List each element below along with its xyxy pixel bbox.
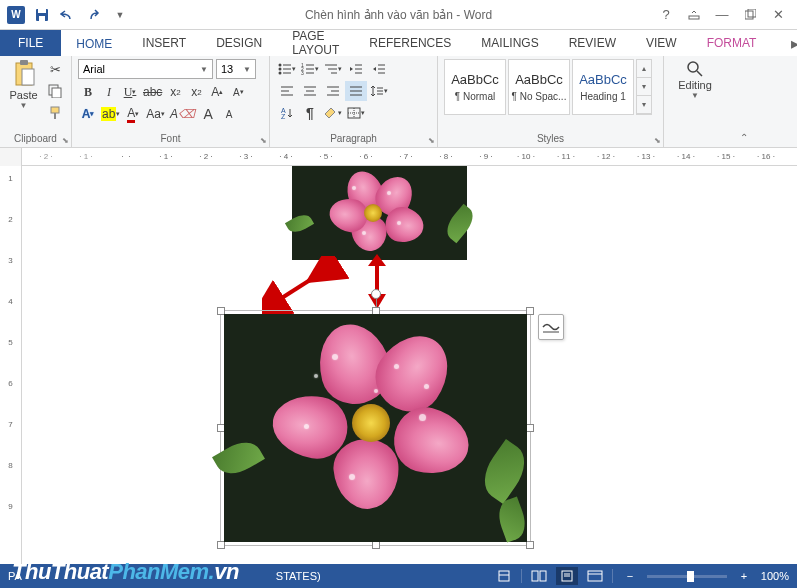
svg-text:3: 3 bbox=[301, 70, 304, 75]
tab-references[interactable]: REFERENCES bbox=[354, 30, 466, 56]
web-layout-icon[interactable] bbox=[584, 567, 606, 585]
shrink-font-a-button[interactable]: A bbox=[219, 104, 239, 124]
inserted-image-large[interactable] bbox=[224, 314, 527, 542]
vertical-ruler[interactable]: 123456789 bbox=[0, 166, 22, 564]
line-spacing-button[interactable]: ▾ bbox=[368, 81, 390, 101]
qat-customize-icon[interactable]: ▼ bbox=[108, 3, 132, 27]
resize-handle-s[interactable] bbox=[372, 541, 380, 549]
inserted-image-small[interactable] bbox=[292, 166, 467, 260]
styles-gallery-scroll[interactable]: ▴▾▾ bbox=[636, 59, 652, 115]
language-indicator[interactable]: STATES) bbox=[276, 570, 321, 582]
numbering-button[interactable]: 123▾ bbox=[299, 59, 321, 79]
tab-file[interactable]: FILE bbox=[0, 30, 61, 56]
subscript-button[interactable]: x2 bbox=[165, 82, 185, 102]
track-changes-icon[interactable] bbox=[493, 567, 515, 585]
zoom-slider[interactable] bbox=[647, 575, 727, 578]
sort-button[interactable]: AZ bbox=[276, 103, 298, 123]
shading-button[interactable]: ▾ bbox=[322, 103, 344, 123]
tab-format[interactable]: FORMAT bbox=[692, 30, 772, 56]
format-painter-icon[interactable] bbox=[45, 103, 65, 123]
tab-mailings[interactable]: MAILINGS bbox=[466, 30, 553, 56]
editing-label: Editing bbox=[678, 79, 712, 91]
multilevel-list-button[interactable]: ▾ bbox=[322, 59, 344, 79]
read-mode-icon[interactable] bbox=[528, 567, 550, 585]
style-normal[interactable]: AaBbCc ¶ Normal bbox=[444, 59, 506, 115]
document-area: 123456789 bbox=[0, 166, 797, 564]
zoom-in-button[interactable]: + bbox=[733, 567, 755, 585]
paragraph-expand-icon[interactable]: ⬊ bbox=[428, 136, 435, 145]
minimize-icon[interactable]: — bbox=[709, 4, 735, 26]
copy-icon[interactable] bbox=[45, 81, 65, 101]
font-expand-icon[interactable]: ⬊ bbox=[260, 136, 267, 145]
ribbon: Paste ▼ ✂ Clipboard ⬊ Arial▼ 13▼ B I U▾ … bbox=[0, 56, 797, 148]
word-app-icon[interactable]: W bbox=[4, 3, 28, 27]
justify-button[interactable] bbox=[345, 81, 367, 101]
svg-point-17 bbox=[279, 72, 282, 75]
horizontal-ruler[interactable]: · 2 ·· 1 ·· ·· 1 ·· 2 ·· 3 ·· 4 ·· 5 ·· … bbox=[0, 148, 797, 166]
font-name-dropdown[interactable]: Arial▼ bbox=[78, 59, 213, 79]
grow-font-button[interactable]: A▴ bbox=[207, 82, 227, 102]
paragraph-label: Paragraph bbox=[276, 133, 431, 146]
increase-indent-button[interactable] bbox=[368, 59, 390, 79]
styles-label: Styles bbox=[444, 133, 657, 146]
align-center-button[interactable] bbox=[299, 81, 321, 101]
svg-line-56 bbox=[277, 266, 332, 301]
paste-button[interactable]: Paste ▼ bbox=[6, 59, 41, 133]
tab-design[interactable]: DESIGN bbox=[201, 30, 277, 56]
collapse-ribbon-icon[interactable]: ⌃ bbox=[734, 56, 754, 147]
rotate-handle[interactable] bbox=[371, 289, 381, 299]
tab-view[interactable]: VIEW bbox=[631, 30, 692, 56]
clipboard-expand-icon[interactable]: ⬊ bbox=[62, 136, 69, 145]
tab-insert[interactable]: INSERT bbox=[127, 30, 201, 56]
close-icon[interactable]: ✕ bbox=[765, 4, 791, 26]
save-icon[interactable] bbox=[30, 3, 54, 27]
shrink-font-button[interactable]: A▾ bbox=[228, 82, 248, 102]
tab-review[interactable]: REVIEW bbox=[554, 30, 631, 56]
grow-font-a-button[interactable]: A bbox=[198, 104, 218, 124]
resize-handle-e[interactable] bbox=[526, 424, 534, 432]
font-color-button[interactable]: A▾ bbox=[123, 104, 143, 124]
zoom-level[interactable]: 100% bbox=[761, 570, 789, 582]
strikethrough-button[interactable]: abc bbox=[141, 82, 164, 102]
undo-icon[interactable] bbox=[56, 3, 80, 27]
group-editing: Editing ▼ bbox=[664, 56, 734, 147]
style-no-spacing[interactable]: AaBbCc ¶ No Spac... bbox=[508, 59, 570, 115]
svg-line-55 bbox=[697, 71, 702, 76]
borders-button[interactable]: ▾ bbox=[345, 103, 367, 123]
tab-page-layout[interactable]: PAGE LAYOUT bbox=[277, 30, 354, 56]
styles-expand-icon[interactable]: ⬊ bbox=[654, 136, 661, 145]
zoom-out-button[interactable]: − bbox=[619, 567, 641, 585]
resize-handle-sw[interactable] bbox=[217, 541, 225, 549]
print-layout-icon[interactable] bbox=[556, 567, 578, 585]
align-right-button[interactable] bbox=[322, 81, 344, 101]
group-clipboard: Paste ▼ ✂ Clipboard ⬊ bbox=[0, 56, 72, 147]
show-hide-button[interactable]: ¶ bbox=[299, 103, 321, 123]
ribbon-options-icon[interactable] bbox=[681, 4, 707, 26]
change-case-button[interactable]: Aa▾ bbox=[144, 104, 167, 124]
svg-rect-66 bbox=[588, 571, 602, 581]
resize-handle-se[interactable] bbox=[526, 541, 534, 549]
text-effects-button[interactable]: A▾ bbox=[78, 104, 98, 124]
redo-icon[interactable] bbox=[82, 3, 106, 27]
svg-rect-1 bbox=[38, 9, 46, 13]
underline-button[interactable]: U▾ bbox=[120, 82, 140, 102]
tab-scroll-right-icon[interactable]: ▸ bbox=[791, 30, 797, 56]
cut-icon[interactable]: ✂ bbox=[45, 59, 65, 79]
tab-home[interactable]: HOME bbox=[61, 30, 127, 56]
document-page[interactable] bbox=[22, 166, 797, 564]
find-icon[interactable] bbox=[685, 59, 705, 79]
superscript-button[interactable]: x2 bbox=[186, 82, 206, 102]
align-left-button[interactable] bbox=[276, 81, 298, 101]
font-size-dropdown[interactable]: 13▼ bbox=[216, 59, 256, 79]
bold-button[interactable]: B bbox=[78, 82, 98, 102]
restore-icon[interactable] bbox=[737, 4, 763, 26]
bullets-button[interactable]: ▾ bbox=[276, 59, 298, 79]
highlight-button[interactable]: ab▾ bbox=[99, 104, 122, 124]
decrease-indent-button[interactable] bbox=[345, 59, 367, 79]
italic-button[interactable]: I bbox=[99, 82, 119, 102]
style-heading1[interactable]: AaBbCc Heading 1 bbox=[572, 59, 634, 115]
clear-formatting-button[interactable]: A⌫ bbox=[168, 104, 197, 124]
layout-options-button[interactable] bbox=[538, 314, 564, 340]
resize-handle-ne[interactable] bbox=[526, 307, 534, 315]
help-icon[interactable]: ? bbox=[653, 4, 679, 26]
